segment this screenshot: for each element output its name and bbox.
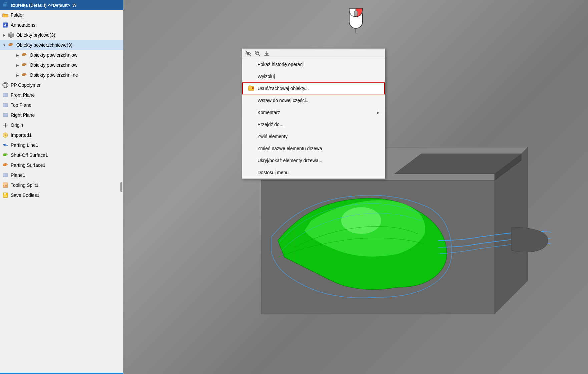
menu-item-isolate[interactable]: Wyizoluj: [242, 70, 385, 82]
svg-marker-53: [265, 53, 268, 55]
tree-item-solid-bodies[interactable]: ▶ (3) Obiekty bryłowe(3): [0, 30, 123, 40]
tree-item-tooling-split[interactable]: Tooling Split1: [0, 180, 123, 190]
tree-item-right-plane[interactable]: Right Plane: [0, 110, 123, 120]
tree-item-origin[interactable]: Origin: [0, 120, 123, 130]
hide-icon[interactable]: [245, 50, 251, 57]
surface-3-label: Obiekty powierzchni ne: [30, 72, 78, 78]
insert-new-label: Wstaw do nowej części...: [257, 98, 310, 103]
save-bodies-icon: [2, 192, 9, 199]
shut-off-icon: [2, 152, 9, 158]
surface-bodies-label: Obiekty powierzchniowe(3): [16, 42, 72, 48]
save-bodies-label: Save Bodies1: [11, 193, 39, 198]
svg-marker-16: [3, 113, 8, 117]
tree-item-parting-surface[interactable]: Parting Surface1: [0, 160, 123, 170]
expand-arrow-s1: ▶: [15, 53, 20, 57]
tree-item-shut-off[interactable]: Shut-Off Surface1: [0, 150, 123, 160]
svg-marker-23: [4, 154, 6, 156]
material-icon: PP: [2, 82, 9, 88]
folder-icon: [2, 12, 9, 18]
menu-item-goto[interactable]: Przejdź do...: [242, 118, 385, 130]
tree-item-annotations[interactable]: A Annotations: [0, 20, 123, 30]
tree-item-material[interactable]: PP PP Copolymer: [0, 80, 123, 90]
solid-bodies-icon: (3): [8, 32, 14, 38]
svg-rect-56: [249, 86, 251, 87]
menu-item-insert-new[interactable]: Wstaw do nowej części...: [242, 94, 385, 106]
tree-item-surface-bodies[interactable]: ▼ Obiekty powierzchniowe(3): [0, 40, 123, 50]
bottom-bar: [0, 373, 123, 374]
svg-point-22: [4, 144, 6, 146]
isolate-label: Wyizoluj: [257, 74, 275, 79]
svg-text:PP: PP: [4, 82, 7, 84]
svg-marker-1: [3, 2, 8, 3]
right-plane-icon: [2, 112, 9, 118]
top-plane-label: Top Plane: [11, 102, 31, 108]
parting-surface-icon: [2, 162, 9, 168]
tree-item-plane1[interactable]: Plane1: [0, 170, 123, 180]
viewport-area: Pokaż historię operacji Wyizoluj Usuń/za…: [123, 0, 588, 374]
parting-line-icon: [2, 142, 9, 148]
customize-icon: [247, 169, 255, 176]
tree-item-surface-1[interactable]: ▶ Obiekty powierzchniow: [0, 50, 123, 60]
solid-bodies-label: Obiekty bryłowe(3): [16, 32, 55, 38]
expand-arrow-solid: ▶: [2, 33, 7, 37]
expand-arrow-surface: ▼: [2, 43, 7, 47]
tooling-split-label: Tooling Split1: [11, 182, 38, 188]
svg-rect-28: [3, 185, 7, 187]
context-menu-toolbar: [242, 49, 385, 58]
title-text: szufelka (Default) <<Default>_W: [11, 3, 77, 8]
tree-item-top-plane[interactable]: Top Plane: [0, 100, 123, 110]
hide-show-label: Ukryj/pokaż elementy drzewa...: [257, 158, 323, 163]
customize-label: Dostosuj menu: [257, 170, 288, 175]
hide-show-icon: [247, 157, 255, 164]
svg-point-43: [341, 207, 381, 234]
tree-item-surface-3[interactable]: ▶ Obiekty powierzchni ne: [0, 70, 123, 80]
show-history-icon: [247, 61, 255, 68]
surface-1-label: Obiekty powierzchniow: [30, 52, 77, 58]
tree-item-parting-line[interactable]: Parting Line1: [0, 140, 123, 150]
tree-item-surface-2[interactable]: ▶ Obiekty powierzchniow: [0, 60, 123, 70]
menu-item-rename[interactable]: Zmień nazwę elementu drzewa: [242, 142, 385, 154]
expand-arrow-s3: ▶: [15, 73, 20, 77]
document-title: szufelka (Default) <<Default>_W: [0, 0, 123, 10]
tree-item-front-plane[interactable]: Front Plane: [0, 90, 123, 100]
surface-1-icon: [21, 52, 28, 58]
plane1-icon: [2, 172, 9, 178]
svg-marker-24: [3, 173, 8, 177]
svg-marker-14: [3, 93, 8, 97]
comment-submenu-arrow: ▶: [377, 111, 380, 114]
tree-item-save-bodies[interactable]: Save Bodies1: [0, 190, 123, 200]
menu-item-show-history[interactable]: Pokaż historię operacji: [242, 58, 385, 70]
svg-point-47: [247, 52, 249, 54]
goto-icon: [247, 121, 255, 128]
goto-label: Przejdź do...: [257, 122, 283, 127]
surface-2-label: Obiekty powierzchniow: [30, 62, 77, 68]
rename-icon: [247, 145, 255, 152]
remove-keep-label: Usuń/zachowaj obiekty...: [257, 86, 309, 91]
remove-keep-icon: [247, 85, 255, 92]
menu-item-collapse[interactable]: Zwiń elementy: [242, 130, 385, 142]
menu-item-remove-keep[interactable]: Usuń/zachowaj obiekty...: [242, 82, 385, 94]
insert-icon[interactable]: [263, 50, 270, 57]
context-menu: Pokaż historię operacji Wyizoluj Usuń/za…: [242, 48, 385, 179]
menu-item-customize[interactable]: Dostosuj menu: [242, 166, 385, 178]
imported-label: Imported1: [11, 132, 32, 138]
scrollbar[interactable]: [120, 182, 122, 192]
origin-label: Origin: [11, 122, 23, 128]
tooling-split-icon: [2, 182, 9, 189]
menu-item-comment[interactable]: Komentarz ▶: [242, 106, 385, 118]
material-label: PP Copolymer: [11, 82, 41, 88]
parting-line-label: Parting Line1: [11, 142, 38, 148]
surface-3-icon: [21, 72, 28, 78]
svg-text:A: A: [4, 23, 7, 27]
menu-item-hide-show[interactable]: Ukryj/pokaż elementy drzewa...: [242, 154, 385, 166]
parting-surface-label: Parting Surface1: [11, 162, 45, 168]
folder-label: Folder: [11, 12, 24, 18]
tree-item-imported[interactable]: i Imported1: [0, 130, 123, 140]
zoom-icon[interactable]: [254, 50, 261, 57]
svg-text:(3): (3): [10, 37, 12, 38]
collapse-icon: [247, 133, 255, 140]
svg-rect-27: [3, 183, 7, 185]
tree-item-folder[interactable]: Folder: [0, 10, 123, 20]
surface-2-icon: [21, 62, 28, 68]
comment-label: Komentarz: [257, 110, 280, 115]
